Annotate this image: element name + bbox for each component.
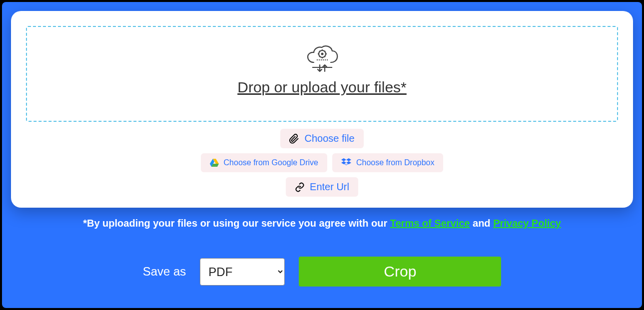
action-bar: Save as PDF Crop xyxy=(143,257,502,287)
file-dropzone[interactable]: Drop or upload your files* xyxy=(26,26,618,122)
svg-line-7 xyxy=(324,56,325,57)
choose-file-button[interactable]: Choose file xyxy=(280,129,363,148)
dropbox-icon xyxy=(341,158,351,167)
format-select[interactable]: PDF xyxy=(200,258,285,286)
disclaimer-middle: and xyxy=(470,218,493,229)
upload-card: Drop or upload your files* Choose file xyxy=(11,11,633,208)
svg-line-6 xyxy=(319,51,320,52)
link-icon xyxy=(295,182,305,192)
google-drive-button[interactable]: Choose from Google Drive xyxy=(201,153,327,172)
dropbox-button[interactable]: Choose from Dropbox xyxy=(332,153,444,172)
enter-url-button[interactable]: Enter Url xyxy=(286,177,358,197)
privacy-policy-link[interactable]: Privacy Policy xyxy=(493,218,561,229)
disclaimer-text: *By uploading your files or using our se… xyxy=(83,218,561,229)
disclaimer-prefix: *By uploading your files or using our se… xyxy=(83,218,390,229)
terms-of-service-link[interactable]: Terms of Service xyxy=(390,218,470,229)
svg-line-8 xyxy=(319,56,320,57)
crop-button[interactable]: Crop xyxy=(299,257,501,287)
google-drive-icon xyxy=(210,159,219,167)
paperclip-icon xyxy=(289,134,299,144)
enter-url-label: Enter Url xyxy=(310,181,349,193)
dropbox-label: Choose from Dropbox xyxy=(356,158,435,167)
svg-line-9 xyxy=(324,51,325,52)
upload-options: Choose file Choose from Google Drive xyxy=(26,129,618,197)
dropzone-title: Drop or upload your files* xyxy=(32,79,612,96)
page-wrapper: Drop or upload your files* Choose file xyxy=(2,2,642,308)
svg-point-1 xyxy=(321,53,323,55)
google-drive-label: Choose from Google Drive xyxy=(224,158,318,167)
save-as-label: Save as xyxy=(143,265,186,279)
choose-file-label: Choose file xyxy=(304,133,354,144)
cloud-upload-gear-icon xyxy=(32,45,612,75)
